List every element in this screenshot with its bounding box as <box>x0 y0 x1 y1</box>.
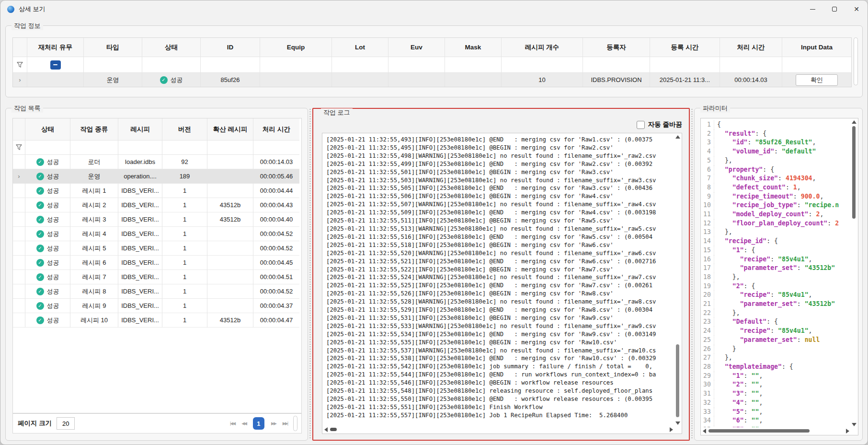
app-icon <box>7 6 14 13</box>
col-input-data[interactable]: Input Data <box>782 38 851 57</box>
success-check-icon: ✓ <box>36 273 44 281</box>
log-hscroll-thumb[interactable] <box>330 428 337 431</box>
success-check-icon: ✓ <box>36 316 44 324</box>
col-equip[interactable]: Equip <box>260 38 332 57</box>
success-check-icon: ✓ <box>36 187 44 195</box>
col-type[interactable]: 타입 <box>84 38 142 57</box>
log-horizontal-scrollbar[interactable] <box>323 426 674 433</box>
table-row[interactable]: › ✓성공 운영 operation.... 189 00:00:05.46 <box>13 169 301 184</box>
scroll-left-icon[interactable] <box>324 427 328 432</box>
page-size-label: 페이지 크기 <box>18 419 52 428</box>
parameter-viewer[interactable]: 1{2 "result": {3 "id": "85uf26_Result",4… <box>700 118 858 435</box>
filter-icon[interactable] <box>13 57 27 73</box>
scroll-down-icon[interactable] <box>675 422 680 425</box>
col-recipe-count[interactable]: 레시피 개수 <box>502 38 583 57</box>
success-check-icon: ✓ <box>36 245 44 252</box>
scroll-up-icon[interactable] <box>852 120 857 124</box>
col-list-status[interactable]: 상태 <box>25 118 70 141</box>
col-list-proctime[interactable]: 처리 시간 <box>253 118 299 141</box>
indeterminate-checkbox-icon <box>50 60 61 70</box>
table-row[interactable]: › ✓성공 레시피 3 IDBS_VERI... 1 43512b 00:00:… <box>13 212 301 227</box>
next-page-icon[interactable]: ▶▶ <box>271 421 276 426</box>
success-check-icon: ✓ <box>36 230 44 238</box>
job-info-group: 작업 정보 재처리 유무 타입 상태 ID Equip Lot Euv Mask… <box>5 25 863 97</box>
splitter-right[interactable] <box>690 109 694 440</box>
minimize-button[interactable] <box>801 0 823 18</box>
input-data-confirm-button[interactable]: 확인 <box>796 74 838 86</box>
current-page-button[interactable]: 1 <box>253 417 264 430</box>
expand-chevron[interactable]: › <box>13 73 27 87</box>
info-table-scrollbar[interactable] <box>854 37 858 85</box>
prev-page-icon[interactable]: ◀◀ <box>241 421 246 426</box>
job-log-highlight-border: 작업 로그 자동 줄바꿈 [2025-01-21 11:32:55,493][I… <box>312 108 690 441</box>
log-vertical-scrollbar[interactable] <box>674 134 681 426</box>
scroll-left-icon[interactable] <box>703 429 706 433</box>
job-id-value: 85uf26 <box>201 73 260 87</box>
job-log-label: 작업 로그 <box>321 108 353 117</box>
splitter-left[interactable] <box>308 109 312 440</box>
param-code: 1{2 "result": {3 "id": "85uf26_Result",4… <box>703 120 850 427</box>
success-check-icon: ✓ <box>160 76 168 84</box>
table-row[interactable]: › ✓성공 로더 loader.idbs 92 00:00:14.03 <box>13 155 301 169</box>
scroll-right-icon[interactable] <box>670 427 673 432</box>
col-euv[interactable]: Euv <box>388 38 445 57</box>
job-list-rows: › ✓성공 로더 loader.idbs 92 00:00:14.03 › <box>13 155 301 328</box>
col-reprocess[interactable]: 재처리 유무 <box>27 38 84 57</box>
col-mask[interactable]: Mask <box>445 38 502 57</box>
log-viewer[interactable]: [2025-01-21 11:32:55,493][INFO][253e0818… <box>322 133 682 434</box>
col-lot[interactable]: Lot <box>332 38 388 57</box>
success-check-icon: ✓ <box>36 259 44 267</box>
proc-time-value: 00:00:14.03 <box>720 73 782 87</box>
table-row[interactable]: › ✓성공 레시피 5 IDBS_VERI... 1 00:00:04.52 <box>13 241 301 256</box>
col-reg-time[interactable]: 등록 시간 <box>650 38 720 57</box>
table-row[interactable]: › ✓성공 레시피 10 IDBS_VERI... 1 43512b 00:00… <box>13 313 301 328</box>
first-page-icon[interactable]: |◀◀ <box>230 421 235 426</box>
col-list-spread[interactable]: 확산 레시피 <box>207 118 253 141</box>
scroll-up-icon[interactable] <box>675 135 680 139</box>
col-status[interactable]: 상태 <box>142 38 201 57</box>
close-button[interactable]: ✕ <box>845 0 868 18</box>
table-row[interactable]: › ✓성공 레시피 7 IDBS_VERI... 1 00:00:04.51 <box>13 270 301 284</box>
success-check-icon: ✓ <box>36 158 44 166</box>
list-scrollbar[interactable] <box>293 416 297 431</box>
col-proc-time[interactable]: 처리 시간 <box>720 38 782 57</box>
pagination-bar: 페이지 크기 20 |◀◀ ◀◀ 1 ▶▶ ▶▶| <box>12 413 302 433</box>
parameters-group: 파라미터 1{2 "result": {3 "id": "85uf26_Resu… <box>694 108 863 441</box>
table-row[interactable]: › ✓성공 레시피 4 IDBS_VERI... 1 00:00:04.52 <box>13 227 301 241</box>
param-vscroll-thumb[interactable] <box>852 126 856 219</box>
last-page-icon[interactable]: ▶▶| <box>283 421 287 426</box>
col-id[interactable]: ID <box>201 38 260 57</box>
word-wrap-checkbox[interactable] <box>637 121 645 129</box>
job-info-data-row[interactable]: › 운영 ✓성공 85uf26 10 IDBS.PROVISION 2025-0… <box>13 73 851 87</box>
parameters-label: 파라미터 <box>700 104 730 113</box>
param-hscroll-thumb[interactable] <box>708 429 810 433</box>
job-info-label: 작업 정보 <box>11 22 43 30</box>
table-row[interactable]: › ✓성공 레시피 9 IDBS_VERI... 1 00:00:04.37 <box>13 299 301 313</box>
table-row[interactable]: › ✓성공 레시피 1 IDBS_VERI... 1 00:00:04.44 <box>13 184 301 198</box>
filter-icon[interactable] <box>13 141 25 155</box>
page-size-input[interactable]: 20 <box>57 417 75 430</box>
log-vscroll-thumb[interactable] <box>676 344 679 417</box>
scroll-right-icon[interactable] <box>846 429 849 433</box>
detail-view-window: 상세 보기 ✕ 작업 정보 재처리 유무 타입 상태 ID Equip <box>0 0 868 445</box>
table-row[interactable]: › ✓성공 레시피 2 IDBS_VERI... 1 43512b 00:00:… <box>13 198 301 212</box>
reprocess-filter-checkbox[interactable] <box>27 57 84 73</box>
scroll-down-icon[interactable] <box>852 423 857 426</box>
table-row[interactable]: › ✓성공 레시피 6 IDBS_VERI... 1 00:00:04.45 <box>13 256 301 270</box>
col-list-version[interactable]: 버전 <box>162 118 207 141</box>
col-list-jobtype[interactable]: 작업 종류 <box>70 118 118 141</box>
col-registrant[interactable]: 등록자 <box>583 38 650 57</box>
param-horizontal-scrollbar[interactable] <box>702 428 850 434</box>
job-list-group: 작업 목록 상태 작업 종류 레시피 버전 확산 레시피 처리 시간 <box>5 108 308 441</box>
job-info-filter-row <box>13 57 851 73</box>
titlebar: 상세 보기 ✕ <box>0 0 868 18</box>
expand-chevron[interactable]: › <box>18 173 20 180</box>
param-vertical-scrollbar[interactable] <box>851 119 857 427</box>
table-row[interactable]: › ✓성공 레시피 8 IDBS_VERI... 1 00:00:04.52 <box>13 284 301 299</box>
job-type-value: 운영 <box>84 73 142 87</box>
success-check-icon: ✓ <box>36 216 44 223</box>
reg-time-value: 2025-01-21 11:3... <box>650 73 720 87</box>
log-text: [2025-01-21 11:32:55,493][INFO][253e0818… <box>326 136 673 425</box>
maximize-button[interactable] <box>823 0 845 18</box>
col-list-recipe[interactable]: 레시피 <box>118 118 162 141</box>
